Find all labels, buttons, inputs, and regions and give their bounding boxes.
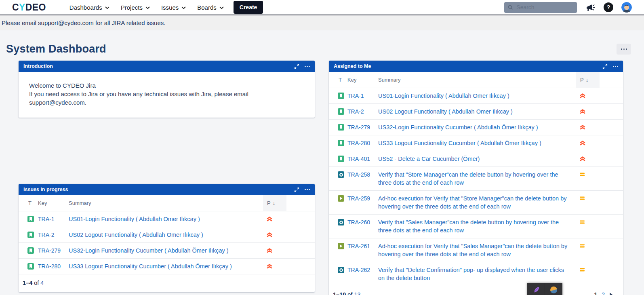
issue-summary-link[interactable]: US01-Login Functionality ( Abdullah Omer… — [69, 211, 206, 227]
create-button[interactable]: Create — [234, 1, 263, 14]
issue-key-link[interactable]: TRA-1 — [347, 93, 364, 99]
orange-blue-circle-icon[interactable] — [545, 283, 562, 295]
issue-summary-link[interactable]: US32-Login Functionality Cucumber ( Abdu… — [378, 120, 544, 135]
announcement-text: Please email support@cydeo.com for all J… — [2, 19, 165, 26]
page-title: System Dashboard — [6, 43, 106, 55]
panel-menu-icon[interactable] — [305, 189, 310, 190]
pager: 1 2 — [594, 291, 612, 295]
issue-summary-link[interactable]: US33 Logout Functionality Cucumber ( Abd… — [378, 135, 547, 151]
test-type-icon — [338, 267, 344, 273]
issue-key-link[interactable]: TRA-261 — [347, 243, 370, 249]
test-type-icon — [338, 219, 344, 225]
page-1-current[interactable]: 1 — [594, 291, 597, 295]
priority-medium-icon — [579, 219, 585, 226]
chevron-down-icon — [181, 6, 186, 9]
table-row: TRA-262Verify that "Delete Confirmation"… — [329, 262, 623, 286]
issue-summary-link[interactable]: Verify that "Delete Confirmation" pop- u… — [378, 262, 576, 286]
user-avatar[interactable] — [621, 2, 632, 13]
column-header-key[interactable]: Key — [347, 72, 378, 88]
help-icon[interactable]: ? — [604, 2, 613, 12]
panel-title: Assigned to Me — [334, 63, 371, 69]
table-row: TRA-401US52 - Delete a Car Cucumber (Öme… — [329, 151, 623, 167]
story-type-icon — [338, 108, 344, 115]
table-row: TRA-1US01-Login Functionality ( Abdullah… — [19, 211, 315, 227]
issue-key-link[interactable]: TRA-259 — [347, 195, 370, 202]
announcement-banner: Please email support@cydeo.com for all J… — [0, 15, 644, 30]
right-column: Assigned to Me T Key Summary P ↓ TRA-1 — [329, 61, 623, 295]
issue-summary-link[interactable]: US52 - Delete a Car Cucumber (Ömer) — [378, 151, 485, 166]
issue-key-link[interactable]: TRA-279 — [347, 124, 370, 131]
announcement-megaphone-icon[interactable] — [586, 3, 596, 12]
cydeo-logo[interactable]: CYDEO — [12, 2, 46, 13]
issue-summary-link[interactable]: Ad-hoc execution for Verify that "Store … — [378, 191, 576, 214]
issue-key-link[interactable]: TRA-2 — [347, 108, 364, 115]
expand-icon[interactable] — [294, 187, 299, 192]
priority-highest-icon — [579, 140, 586, 147]
issue-summary-link[interactable]: Ad-hoc execution for Verify that "Sales … — [378, 238, 576, 262]
pagination-status: 1–4 of 4 — [23, 280, 44, 286]
issue-key-link[interactable]: TRA-260 — [347, 219, 370, 225]
menu-boards[interactable]: Boards — [197, 4, 224, 11]
story-type-icon — [27, 216, 34, 222]
priority-highest-icon — [579, 109, 586, 116]
column-header-priority[interactable]: P ↓ — [576, 72, 600, 88]
priority-highest-icon — [266, 232, 273, 239]
column-header-type[interactable]: T — [19, 195, 38, 211]
next-page-icon[interactable] — [609, 293, 612, 295]
logo-part: Y — [19, 2, 25, 13]
search-icon — [508, 4, 513, 10]
page-2-link[interactable]: 2 — [602, 291, 605, 295]
execution-type-icon — [338, 243, 344, 249]
story-type-icon — [27, 247, 34, 254]
priority-medium-icon — [579, 267, 585, 274]
help-glyph: ? — [607, 4, 610, 11]
search-input[interactable] — [516, 4, 573, 11]
priority-medium-icon — [579, 171, 585, 178]
intro-line1: Welcome to CYDEO Jira — [29, 81, 307, 90]
panel-menu-icon[interactable] — [305, 66, 310, 67]
table-row: TRA-279US32-Login Functionality Cucumber… — [19, 243, 315, 259]
issue-key-link[interactable]: TRA-1 — [38, 216, 54, 222]
issue-key-link[interactable]: TRA-279 — [38, 247, 61, 254]
total-count-link[interactable]: 13 — [354, 291, 360, 295]
issue-summary-link[interactable]: US33 Logout Functionality Cucumber ( Abd… — [69, 259, 238, 274]
menu-issues[interactable]: Issues — [161, 4, 186, 11]
expand-icon[interactable] — [602, 64, 608, 69]
panel-menu-icon[interactable] — [613, 66, 618, 67]
issue-key-link[interactable]: TRA-2 — [38, 232, 54, 238]
issue-summary-link[interactable]: Verify that "Store Manager"can the delet… — [378, 167, 576, 190]
issue-summary-link[interactable]: US01-Login Functionality ( Abdullah Omer… — [378, 88, 515, 103]
chevron-down-icon — [105, 6, 109, 9]
table-row: TRA-261Ad-hoc execution for Verify that … — [329, 238, 623, 262]
column-header-type[interactable]: T — [329, 72, 347, 88]
feather-icon[interactable] — [527, 283, 545, 295]
total-count-link[interactable]: 4 — [40, 280, 44, 286]
taskbar-thumbnail-overlay[interactable] — [527, 283, 562, 295]
search-box[interactable] — [504, 2, 577, 13]
assigned-to-me-panel: Assigned to Me T Key Summary P ↓ TRA-1 — [329, 61, 623, 295]
expand-icon[interactable] — [294, 64, 299, 69]
issue-summary-link[interactable]: US02 Logout Functionality ( Abdullah Ome… — [378, 104, 518, 119]
priority-highest-icon — [579, 124, 586, 131]
column-header-key[interactable]: Key — [38, 195, 69, 211]
story-type-icon — [338, 93, 344, 99]
issue-summary-link[interactable]: Verify that "Sales Manager"can the delet… — [378, 215, 576, 238]
column-header-summary[interactable]: Summary — [69, 195, 263, 211]
menu-label: Projects — [121, 4, 143, 11]
issue-key-link[interactable]: TRA-258 — [347, 171, 370, 178]
priority-highest-icon — [266, 263, 273, 270]
menu-projects[interactable]: Projects — [121, 4, 150, 11]
issue-key-link[interactable]: TRA-262 — [347, 267, 370, 273]
issue-key-link[interactable]: TRA-401 — [347, 156, 370, 162]
issue-key-link[interactable]: TRA-280 — [38, 263, 61, 270]
menu-dashboards[interactable]: Dashboards — [69, 4, 109, 11]
dashboard-more-button[interactable] — [617, 44, 631, 55]
story-type-icon — [338, 156, 344, 162]
column-header-priority[interactable]: P ↓ — [263, 195, 286, 211]
column-header-summary[interactable]: Summary — [378, 72, 576, 88]
table-row: TRA-258Verify that "Store Manager"can th… — [329, 167, 623, 191]
issue-summary-link[interactable]: US32-Login Functionality Cucumber ( Abdu… — [69, 243, 234, 258]
issue-key-link[interactable]: TRA-280 — [347, 140, 370, 146]
issue-summary-link[interactable]: US02 Logout Functionality ( Abdullah Ome… — [69, 227, 209, 242]
table-row: TRA-2US02 Logout Functionality ( Abdulla… — [329, 104, 623, 120]
